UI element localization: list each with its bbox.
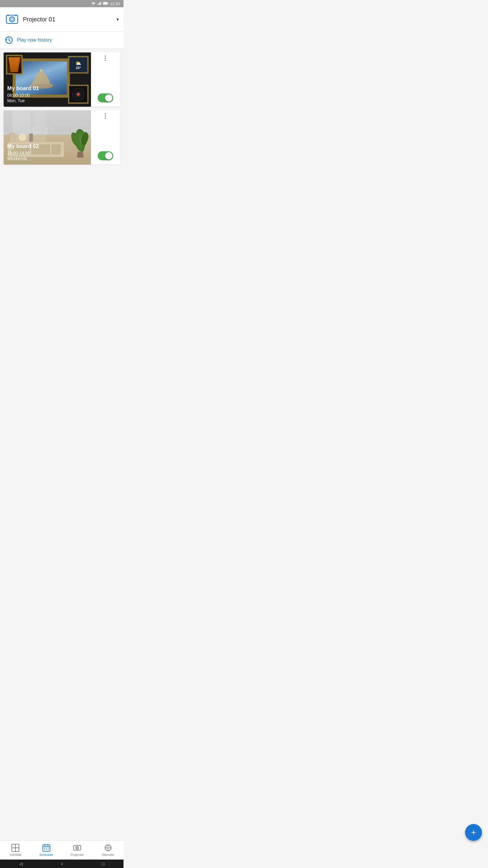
content-area: ⛅ 33° My board 01 08:00-10:00 Mon, Tue [0, 49, 124, 230]
projector-header-icon [5, 12, 19, 27]
status-icons: 12:30 [91, 1, 120, 6]
card-1-more-menu[interactable] [105, 56, 106, 61]
play-history-button[interactable]: Play now history [0, 32, 124, 49]
header-title: Projector 01 [23, 16, 117, 23]
svg-rect-7 [108, 3, 108, 4]
projector-dropdown[interactable]: ▾ [117, 17, 119, 22]
card-1-bg: ⛅ 33° My board 01 08:00-10:00 Mon, Tue [4, 53, 91, 107]
card-2-controls [91, 110, 120, 164]
svg-rect-6 [103, 2, 107, 4]
card-1-toggle[interactable] [98, 93, 113, 102]
battery-icon [103, 1, 108, 6]
svg-point-15 [40, 69, 43, 72]
status-time: 12:30 [110, 1, 120, 6]
svg-rect-4 [98, 4, 98, 5]
svg-rect-3 [98, 4, 99, 5]
card-2-toggle[interactable] [98, 151, 113, 160]
schedule-card-2: 10 1° My board 02 13:00-14:30 Weekends [4, 110, 120, 164]
card-2-bg: 10 1° My board 02 13:00-14:30 Weekends [4, 110, 91, 164]
svg-rect-1 [100, 2, 101, 4]
card-1-text: My board 01 08:00-10:00 Mon, Tue [7, 85, 39, 103]
signal-icon [97, 1, 101, 6]
card-2-days: Weekends [7, 156, 39, 161]
card-2-text: My board 02 13:00-14:30 Weekends [7, 143, 39, 161]
svg-point-9 [9, 17, 14, 22]
history-icon [5, 36, 13, 44]
svg-rect-2 [99, 3, 100, 5]
card-1-days: Mon, Tue [7, 98, 39, 103]
card-2-image: 10 1° My board 02 13:00-14:30 Weekends [4, 110, 91, 164]
svg-point-10 [11, 18, 13, 21]
card-2-more-menu[interactable] [105, 113, 106, 119]
card-1-time: 08:00-10:00 [7, 93, 39, 98]
svg-point-0 [93, 4, 94, 5]
header: Projector 01 ▾ [0, 7, 124, 32]
status-bar: 12:30 [0, 0, 124, 7]
schedule-card-1: ⛅ 33° My board 01 08:00-10:00 Mon, Tue [4, 53, 120, 107]
card-1-title: My board 01 [7, 85, 39, 92]
card-1-image: ⛅ 33° My board 01 08:00-10:00 Mon, Tue [4, 53, 91, 107]
card-2-title: My board 02 [7, 143, 39, 150]
card-2-time: 13:00-14:30 [7, 151, 39, 156]
wifi-icon [91, 1, 96, 6]
card-1-controls [91, 53, 120, 107]
play-history-label: Play now history [17, 37, 52, 43]
